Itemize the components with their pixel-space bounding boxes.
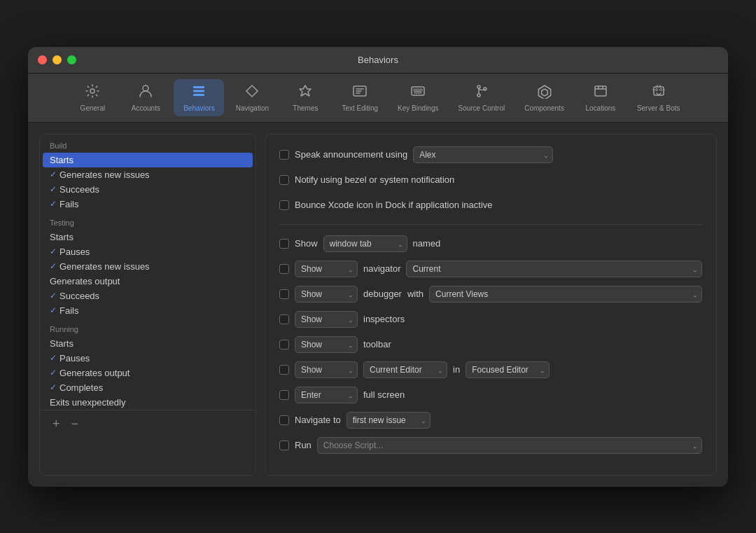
show-debugger-verb-dropdown[interactable]: Show xyxy=(295,286,358,303)
sidebar-item-test-output[interactable]: Generates output xyxy=(40,274,255,289)
maximize-button[interactable] xyxy=(67,55,76,64)
remove-button[interactable]: − xyxy=(67,416,83,431)
row-navigate: Navigate to first new issue next issue p… xyxy=(279,411,702,429)
inspectors-label: inspectors xyxy=(363,314,405,324)
show-inspectors-verb-dropdown[interactable]: Show xyxy=(295,311,358,328)
toolbar-item-server-bots[interactable]: Server & Bots xyxy=(629,79,689,116)
navigation-icon xyxy=(244,83,260,102)
notify-label: Notify using bezel or system notificatio… xyxy=(295,174,454,185)
editor-type-dropdown[interactable]: Current Editor Primary Editor xyxy=(363,361,447,378)
sidebar-item-run-output[interactable]: ✓ Generates output xyxy=(40,366,255,380)
sidebar-item-label: Generates output xyxy=(50,276,120,286)
divider-1 xyxy=(279,224,702,225)
checkbox-speak[interactable] xyxy=(279,150,289,160)
row-run-script: Run Choose Script... xyxy=(279,436,702,455)
sidebar-item-label: Exits unexpectedly xyxy=(50,397,125,408)
checkbox-bounce[interactable] xyxy=(279,200,289,210)
sidebar-item-test-starts[interactable]: Starts xyxy=(40,230,255,244)
toolbar-item-navigation[interactable]: Navigation xyxy=(227,79,277,116)
svg-rect-4 xyxy=(193,94,204,96)
sidebar-item-label: Generates new issues xyxy=(59,261,150,272)
sidebar-item-label: Succeeds xyxy=(59,291,99,301)
toolbar-item-behaviors[interactable]: Behaviors xyxy=(174,79,224,116)
sidebar-item-run-starts[interactable]: Starts xyxy=(40,336,255,351)
svg-point-1 xyxy=(143,85,148,91)
navigate-target-dropdown[interactable]: first new issue next issue previous issu… xyxy=(346,412,430,429)
source-control-icon xyxy=(474,83,489,102)
check-icon: ✓ xyxy=(50,261,57,271)
sidebar-item-label: Generates new issues xyxy=(59,169,150,180)
navigate-to-label: Navigate to xyxy=(295,415,341,425)
toolbar-item-key-bindings[interactable]: Key Bindings xyxy=(389,79,447,116)
sidebar-item-label: Starts xyxy=(50,232,74,242)
themes-icon xyxy=(298,83,313,102)
checkbox-show-tab[interactable] xyxy=(279,239,289,249)
checkbox-show-debugger[interactable] xyxy=(279,289,289,299)
navigator-value-dropdown[interactable]: Current Project xyxy=(406,261,702,277)
toolbar-item-text-editing[interactable]: Text Editing xyxy=(333,79,386,116)
svg-rect-2 xyxy=(193,86,204,88)
show-editor-verb-dropdown[interactable]: Show xyxy=(295,361,358,378)
debugger-view-dropdown[interactable]: Current Views Variables & Console Consol… xyxy=(429,286,702,303)
checkbox-show-toolbar[interactable] xyxy=(279,340,289,349)
checkbox-show-editor[interactable] xyxy=(279,365,289,375)
speak-voice-dropdown[interactable]: Alex Samantha Victoria xyxy=(413,146,553,163)
sidebar-item-label: Generates output xyxy=(59,368,130,378)
sidebar-item-build-starts[interactable]: Starts xyxy=(43,153,253,167)
toolbar-label-server-bots: Server & Bots xyxy=(637,104,680,112)
checkbox-show-inspectors[interactable] xyxy=(279,314,289,324)
sidebar-item-test-generates[interactable]: ✓ Generates new issues xyxy=(40,259,255,274)
sidebar-item-test-succeeds[interactable]: ✓ Succeeds xyxy=(40,289,255,303)
checkbox-enter-screen[interactable] xyxy=(279,390,289,400)
section-header-running: Running xyxy=(40,318,255,336)
sidebar-item-run-completes[interactable]: ✓ Completes xyxy=(40,380,255,395)
choose-script-dropdown[interactable]: Choose Script... xyxy=(317,437,702,454)
svg-rect-7 xyxy=(414,89,416,91)
row-show-tab: Show window tab named xyxy=(279,235,702,253)
add-button[interactable]: + xyxy=(48,416,64,431)
sidebar-item-run-exits[interactable]: Exits unexpectedly xyxy=(40,395,255,410)
svg-point-11 xyxy=(477,85,480,88)
sidebar-item-test-fails[interactable]: ✓ Fails xyxy=(40,303,255,318)
svg-rect-14 xyxy=(595,86,606,96)
close-button[interactable] xyxy=(38,55,47,64)
sidebar-item-build-generates[interactable]: ✓ Generates new issues xyxy=(40,167,255,182)
toolbar-item-source-control[interactable]: Source Control xyxy=(449,79,513,116)
check-icon: ✓ xyxy=(50,291,57,300)
toolbar-item-general[interactable]: General xyxy=(67,79,118,116)
toolbar-item-themes[interactable]: Themes xyxy=(280,79,330,116)
toolbar-item-accounts[interactable]: Accounts xyxy=(120,79,171,116)
show-tab-dropdown[interactable]: window tab xyxy=(323,235,407,252)
row-show-editor: Show Current Editor Primary Editor in Fo… xyxy=(279,361,702,379)
minimize-button[interactable] xyxy=(52,55,62,64)
editor-target-dropdown[interactable]: Focused Editor New Tab New Window xyxy=(465,361,550,378)
row-show-navigator: Show navigator Current Project xyxy=(279,260,702,278)
show-navigator-verb-dropdown[interactable]: Show xyxy=(295,261,358,277)
svg-rect-9 xyxy=(420,89,422,91)
behaviors-icon xyxy=(191,83,206,102)
svg-point-17 xyxy=(659,88,662,90)
toolbar-label-behaviors: Behaviors xyxy=(183,104,214,112)
debugger-label: debugger xyxy=(363,289,402,299)
sidebar-item-run-pauses[interactable]: ✓ Pauses xyxy=(40,351,255,366)
editor-type-wrapper: Current Editor Primary Editor xyxy=(363,361,447,378)
toolbar-item-components[interactable]: Components xyxy=(516,79,573,116)
toolbar-item-locations[interactable]: Locations xyxy=(575,79,626,116)
sidebar-item-build-fails[interactable]: ✓ Fails xyxy=(40,197,255,212)
text-editing-icon xyxy=(352,83,368,102)
sidebar-item-build-succeeds[interactable]: ✓ Succeeds xyxy=(40,182,255,197)
bounce-label: Bounce Xcode icon in Dock if application… xyxy=(295,200,493,210)
show-toolbar-verb-dropdown[interactable]: Show xyxy=(295,336,358,353)
checkbox-notify[interactable] xyxy=(279,175,289,185)
traffic-lights xyxy=(38,55,76,64)
toolbar-label-text-editing: Text Editing xyxy=(342,104,378,112)
sidebar-item-test-pauses[interactable]: ✓ Pauses xyxy=(40,244,255,259)
checkbox-navigate[interactable] xyxy=(279,415,289,425)
navigator-label: navigator xyxy=(363,263,400,274)
enter-verb-dropdown[interactable]: Enter Exit xyxy=(295,387,358,403)
svg-rect-8 xyxy=(417,89,419,91)
checkbox-show-navigator[interactable] xyxy=(279,264,289,274)
checkbox-run-script[interactable] xyxy=(279,441,289,450)
sidebar-content: Build Starts ✓ Generates new issues ✓ Su… xyxy=(40,134,255,410)
section-header-build: Build xyxy=(40,134,255,153)
